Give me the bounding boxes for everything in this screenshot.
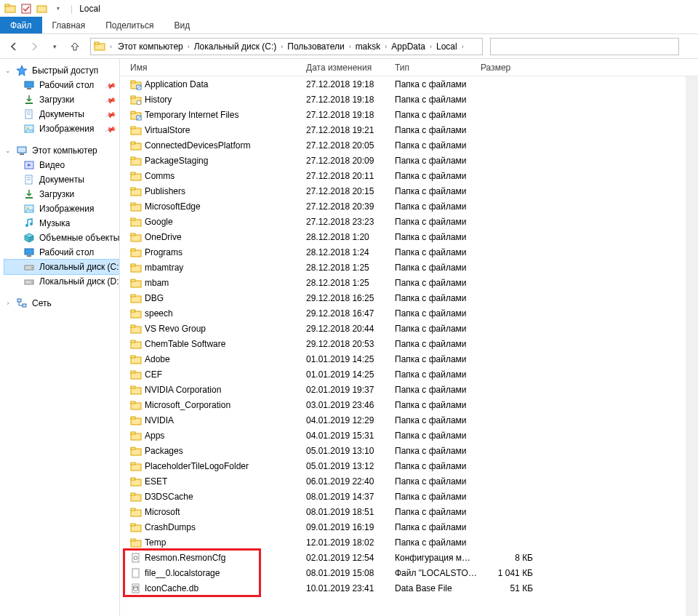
tab-1[interactable]: Поделиться — [95, 17, 164, 33]
file-row[interactable]: ConnectedDevicesPlatform27.12.2018 20:05… — [120, 137, 686, 153]
file-cfg-icon — [130, 552, 142, 564]
caret-down-icon[interactable]: ⌄ — [4, 147, 12, 154]
column-size[interactable]: Размер — [481, 63, 539, 73]
sidebar-item-pc-4[interactable]: Музыка — [4, 216, 119, 231]
scrollbar[interactable] — [686, 76, 698, 616]
chevron-right-icon[interactable]: › — [107, 43, 115, 50]
file-row[interactable]: PackageStaging27.12.2018 20:09Папка с фа… — [120, 153, 686, 168]
sidebar-item-pc-6[interactable]: Рабочий стол — [4, 245, 119, 260]
file-row[interactable]: MicrosoftEdge27.12.2018 20:39Папка с фай… — [120, 199, 686, 214]
file-date: 08.01.2019 15:08 — [306, 568, 395, 578]
chevron-right-icon[interactable]: › — [382, 43, 390, 50]
file-row[interactable]: IconCache.db10.01.2019 23:41Data Base Fi… — [120, 580, 686, 596]
qat-new-folder-icon[interactable] — [36, 3, 48, 15]
svg-rect-100 — [131, 524, 135, 526]
file-row[interactable]: speech29.12.2018 16:47Папка с файлами — [120, 305, 686, 321]
sidebar-item-pc-0[interactable]: Видео — [4, 158, 119, 172]
folder-shortcut-icon — [130, 109, 142, 121]
tab-file[interactable]: Файл — [0, 17, 42, 33]
tab-0[interactable]: Главная — [42, 17, 96, 33]
chevron-right-icon[interactable]: › — [346, 43, 354, 50]
sidebar-network[interactable]: › Сеть — [4, 296, 119, 311]
file-row[interactable]: Microsoft08.01.2019 18:51Папка с файлами — [120, 504, 686, 519]
file-row[interactable]: Microsoft_Corporation03.01.2019 23:46Пап… — [120, 397, 686, 412]
sidebar-item-label: Изображения — [39, 204, 94, 214]
file-row[interactable]: Comms27.12.2018 20:11Папка с файлами — [120, 168, 686, 183]
breadcrumb-segment[interactable]: AppData — [390, 41, 427, 52]
file-row[interactable]: file__0.localstorage08.01.2019 15:08Файл… — [120, 565, 686, 580]
sidebar-item-pc-8[interactable]: Локальный диск (D:) — [4, 274, 119, 289]
file-row[interactable]: CEF01.01.2019 14:25Папка с файлами — [120, 367, 686, 382]
address-bar[interactable]: › Этот компьютер›Локальный диск (C:)›Пол… — [90, 38, 483, 55]
svg-rect-2 — [22, 4, 31, 13]
caret-right-icon[interactable]: › — [4, 300, 12, 307]
sidebar-item-quick-0[interactable]: Рабочий стол📌 — [4, 78, 119, 92]
breadcrumb-segment[interactable]: Local — [435, 41, 459, 52]
sidebar-item-pc-1[interactable]: Документы — [4, 172, 119, 187]
breadcrumb-segment[interactable]: Пользователи — [286, 41, 345, 52]
file-row[interactable]: ESET06.01.2019 22:40Папка с файлами — [120, 473, 686, 489]
sidebar-item-quick-2[interactable]: Документы📌 — [4, 107, 119, 121]
folder-icon — [130, 124, 142, 136]
file-row[interactable]: CrashDumps09.01.2019 16:19Папка с файлам… — [120, 519, 686, 535]
file-row[interactable]: VirtualStore27.12.2018 19:21Папка с файл… — [120, 122, 686, 137]
sidebar-item-pc-3[interactable]: Изображения — [4, 201, 119, 216]
recent-locations-button[interactable]: ▾ — [47, 39, 63, 55]
file-date: 09.01.2019 16:19 — [306, 522, 395, 532]
file-row[interactable]: History27.12.2018 19:18Папка с файлами — [120, 92, 686, 107]
file-row[interactable]: OneDrive28.12.2018 1:20Папка с файлами — [120, 229, 686, 244]
file-row[interactable]: NVIDIA Corporation02.01.2019 19:37Папка … — [120, 382, 686, 397]
file-row[interactable]: Google27.12.2018 23:23Папка с файлами — [120, 214, 686, 229]
svg-rect-64 — [131, 249, 135, 251]
file-row[interactable]: ChemTable Software29.12.2018 20:53Папка … — [120, 336, 686, 351]
file-name: VirtualStore — [145, 125, 190, 135]
search-input[interactable] — [490, 38, 679, 55]
file-name: VS Revo Group — [145, 324, 206, 334]
sidebar-item-pc-2[interactable]: Загрузки — [4, 187, 119, 201]
sidebar-item-pc-7[interactable]: Локальный диск (C:) — [4, 260, 119, 274]
sidebar-item-pc-5[interactable]: Объемные объекты — [4, 231, 119, 245]
back-button[interactable] — [6, 39, 22, 55]
column-type[interactable]: Тип — [395, 63, 481, 73]
caret-down-icon[interactable]: ⌄ — [4, 67, 12, 74]
file-row[interactable]: mbam28.12.2018 1:25Папка с файлами — [120, 275, 686, 290]
sidebar-quick-access[interactable]: ⌄ Быстрый доступ — [4, 63, 119, 78]
file-row[interactable]: Temp12.01.2019 18:02Папка с файлами — [120, 535, 686, 550]
qat-dropdown-icon[interactable]: ▾ — [52, 3, 64, 15]
breadcrumb-segment[interactable]: maksk — [354, 41, 382, 52]
file-row[interactable]: Resmon.ResmonCfg02.01.2019 12:54Конфигур… — [120, 550, 686, 565]
chevron-right-icon[interactable]: › — [185, 43, 193, 50]
file-row[interactable]: Temporary Internet Files27.12.2018 19:18… — [120, 107, 686, 122]
breadcrumb-segment[interactable]: Локальный диск (C:) — [193, 41, 278, 52]
file-row[interactable]: Publishers27.12.2018 20:15Папка с файлам… — [120, 183, 686, 199]
file-row[interactable]: mbamtray28.12.2018 1:25Папка с файлами — [120, 260, 686, 275]
column-date[interactable]: Дата изменения — [306, 63, 395, 73]
file-name: Application Data — [145, 79, 208, 89]
tab-2[interactable]: Вид — [164, 17, 200, 33]
file-name: Publishers — [145, 186, 185, 196]
column-name[interactable]: Имя — [120, 63, 306, 73]
file-row[interactable]: DBG29.12.2018 16:25Папка с файлами — [120, 290, 686, 305]
file-row[interactable]: D3DSCache08.01.2019 14:37Папка с файлами — [120, 489, 686, 504]
file-row[interactable]: PlaceholderTileLogoFolder05.01.2019 13:1… — [120, 458, 686, 473]
sidebar-this-pc[interactable]: ⌄ Этот компьютер — [4, 143, 119, 158]
file-date: 28.12.2018 1:25 — [306, 278, 395, 288]
sidebar-item-quick-1[interactable]: Загрузки📌 — [4, 92, 119, 107]
file-row[interactable]: NVIDIA04.01.2019 12:29Папка с файлами — [120, 412, 686, 428]
file-row[interactable]: Packages05.01.2019 13:10Папка с файлами — [120, 443, 686, 458]
forward-button[interactable] — [26, 39, 42, 55]
file-row[interactable]: Adobe01.01.2019 14:25Папка с файлами — [120, 351, 686, 367]
file-row[interactable]: Programs28.12.2018 1:24Папка с файлами — [120, 244, 686, 260]
file-row[interactable]: VS Revo Group29.12.2018 20:44Папка с фай… — [120, 321, 686, 336]
chevron-right-icon[interactable]: › — [459, 43, 467, 50]
sidebar-item-quick-3[interactable]: Изображения📌 — [4, 121, 119, 136]
file-row[interactable]: Application Data27.12.2018 19:18Папка с … — [120, 76, 686, 92]
chevron-right-icon[interactable]: › — [427, 43, 435, 50]
chevron-right-icon[interactable]: › — [278, 43, 286, 50]
qat-properties-icon[interactable] — [20, 3, 32, 15]
breadcrumb-segment[interactable]: Этот компьютер — [116, 41, 185, 52]
up-button[interactable] — [67, 39, 83, 55]
pictures-icon — [23, 123, 35, 135]
file-row[interactable]: Apps04.01.2019 15:31Папка с файлами — [120, 428, 686, 443]
sidebar-item-label: Этот компьютер — [32, 145, 97, 156]
